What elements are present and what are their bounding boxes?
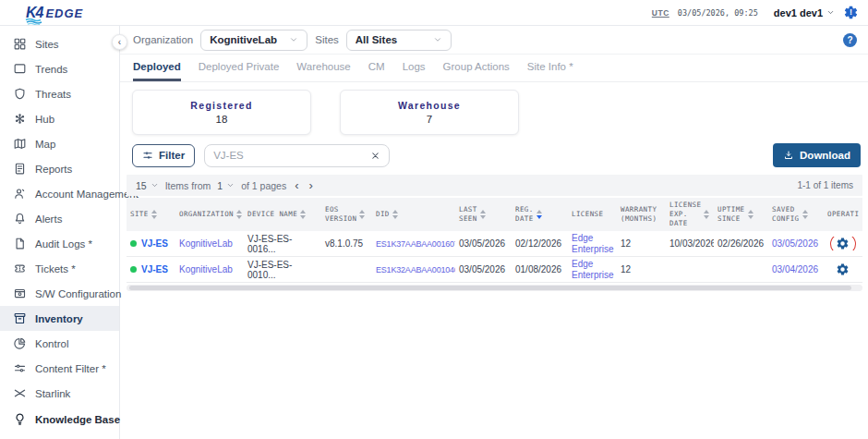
sidebar-item-label: Hub bbox=[35, 114, 54, 125]
of-pages-label: of 1 pages bbox=[241, 180, 286, 191]
app-logo: K4 EDGE bbox=[26, 5, 83, 21]
organization-link[interactable]: KognitiveLab bbox=[179, 238, 233, 249]
gear-icon[interactable] bbox=[836, 262, 850, 276]
sidebar-item-threats[interactable]: Threats bbox=[0, 81, 119, 106]
sidebar-item-sites[interactable]: Sites bbox=[0, 31, 119, 56]
site-link[interactable]: VJ-ES bbox=[141, 238, 168, 249]
sidebar-item-label: Map bbox=[35, 139, 55, 150]
organization-link[interactable]: KognitiveLab bbox=[179, 264, 233, 274]
sliders-icon bbox=[13, 361, 27, 375]
sites-select[interactable]: All Sites bbox=[346, 30, 452, 51]
tab-deployed-private[interactable]: Deployed Private bbox=[199, 55, 280, 81]
warehouse-card: Warehouse 7 bbox=[340, 90, 519, 135]
download-button[interactable]: Download bbox=[773, 143, 861, 167]
hub-icon bbox=[13, 112, 27, 126]
warranty-cell: 12 bbox=[617, 238, 666, 249]
sidebar-item-knowledge-base[interactable]: Knowledge Base bbox=[0, 407, 119, 432]
sidebar-item-map[interactable]: Map bbox=[0, 131, 119, 156]
status-online-dot bbox=[130, 240, 137, 247]
sidebar-item-label: Threats bbox=[35, 89, 71, 100]
report-icon bbox=[13, 162, 27, 176]
tab-cm[interactable]: CM bbox=[368, 55, 385, 81]
sites-label: Sites bbox=[315, 34, 339, 45]
sort-icon bbox=[359, 210, 365, 219]
column-header-reg-date[interactable]: REG. DATE bbox=[512, 205, 568, 224]
tab-deployed[interactable]: Deployed bbox=[133, 55, 181, 81]
sites-value: All Sites bbox=[356, 34, 397, 45]
site-link[interactable]: VJ-ES bbox=[141, 264, 168, 274]
pie-icon bbox=[13, 336, 27, 350]
search-input[interactable] bbox=[213, 150, 365, 161]
tab-logs[interactable]: Logs bbox=[403, 55, 426, 81]
column-header-saved-config[interactable]: SAVED CONFIG bbox=[768, 205, 824, 224]
sidebar-item-account-management[interactable]: Account Management bbox=[0, 181, 119, 206]
column-header-organization[interactable]: ORGANIZATION bbox=[175, 210, 244, 219]
sidebar-item-kontrol[interactable]: Kontrol bbox=[0, 331, 119, 356]
sidebar-item-audit-logs[interactable]: Audit Logs * bbox=[0, 231, 119, 256]
sidebar-item-hub[interactable]: Hub bbox=[0, 106, 119, 131]
sidebar: Sites Trends Threats Hub Map Reports Acc… bbox=[0, 26, 120, 439]
sidebar-item-alerts[interactable]: Alerts bbox=[0, 206, 119, 231]
saved-config-link[interactable]: 03/04/2026 bbox=[772, 264, 818, 274]
sidebar-item-label: Knowledge Base bbox=[35, 414, 120, 425]
tab-group-actions[interactable]: Group Actions bbox=[443, 55, 510, 81]
sort-icon bbox=[480, 210, 486, 219]
warranty-cell: 12 bbox=[617, 264, 666, 274]
tab-site-info[interactable]: Site Info * bbox=[527, 55, 573, 81]
sort-icon bbox=[704, 210, 709, 219]
device-name-cell: VJ-ES-ES-0016... bbox=[244, 234, 321, 254]
sidebar-item-reports[interactable]: Reports bbox=[0, 156, 119, 181]
column-header-device-name[interactable]: DEVICE NAME bbox=[244, 210, 321, 219]
card-title: Registered bbox=[190, 100, 252, 111]
user-name: dev1 dev1 bbox=[774, 7, 823, 18]
sort-icon bbox=[236, 210, 242, 219]
sidebar-item-inventory[interactable]: Inventory bbox=[0, 306, 119, 331]
sidebar-item-starlink[interactable]: Starlink bbox=[0, 381, 119, 406]
did-link[interactable]: ES1K32AABAA001046 bbox=[376, 265, 455, 274]
license-link[interactable]: Edge Enterprise bbox=[572, 259, 614, 280]
page-number-select[interactable]: 1 bbox=[217, 180, 235, 191]
prev-page-button[interactable]: ‹ bbox=[293, 179, 300, 191]
sidebar-item-trends[interactable]: Trends bbox=[0, 56, 119, 81]
column-header-license-exp-date[interactable]: LICENSE EXP. DATE bbox=[666, 201, 714, 228]
sidebar-item-label: Inventory bbox=[35, 313, 83, 324]
sidebar-collapse-button[interactable]: ‹ bbox=[112, 34, 127, 50]
scrollbar-thumb[interactable] bbox=[129, 286, 851, 290]
sidebar-item-label: Kontrol bbox=[35, 338, 68, 349]
utc-toggle[interactable]: UTC bbox=[652, 8, 669, 18]
column-header-operations: OPERATI bbox=[824, 210, 862, 219]
table-toolbar: Filter Download bbox=[120, 140, 868, 171]
tab-warehouse[interactable]: Warehouse bbox=[296, 55, 350, 81]
column-header-uptime-since[interactable]: UPTIME SINCE bbox=[714, 205, 768, 224]
sidebar-item-content-filter[interactable]: Content Filter * bbox=[0, 356, 119, 381]
sidebar-item-tickets[interactable]: Tickets * bbox=[0, 256, 119, 281]
organization-label: Organization bbox=[133, 34, 193, 45]
column-header-eos-version[interactable]: EOS VERSION bbox=[321, 205, 372, 224]
chevron-down-icon bbox=[289, 35, 298, 44]
logo-edge-text: EDGE bbox=[45, 6, 83, 20]
table-zone: 15 Items from 1 of 1 pages ‹ › 1-1 of 1 … bbox=[127, 175, 862, 291]
grid-icon bbox=[13, 37, 27, 51]
bulb-icon bbox=[13, 412, 27, 426]
column-header-did[interactable]: DID bbox=[372, 210, 455, 219]
column-header-last-seen[interactable]: LAST SEEN bbox=[455, 205, 512, 224]
reg-date-cell: 02/12/2026 bbox=[512, 238, 568, 249]
user-menu[interactable]: dev1 dev1 bbox=[774, 7, 835, 18]
license-link[interactable]: Edge Enterprise bbox=[572, 233, 614, 254]
saved-config-link[interactable]: 03/05/2026 bbox=[772, 238, 818, 249]
table-row: VJ-ES KognitiveLab VJ-ES-ES-0016... v8.1… bbox=[127, 231, 862, 257]
clear-search-icon[interactable] bbox=[370, 151, 380, 161]
help-icon[interactable]: ? bbox=[843, 33, 857, 47]
sort-icon bbox=[748, 210, 753, 219]
card-title: Warehouse bbox=[398, 100, 461, 111]
gear-alert-icon[interactable]: ! bbox=[843, 5, 859, 20]
page-size-select[interactable]: 15 bbox=[136, 180, 159, 191]
gear-icon[interactable] bbox=[836, 237, 850, 250]
sidebar-item-label: Alerts bbox=[35, 213, 62, 225]
sidebar-item-sw-configuration[interactable]: S/W Configuration bbox=[0, 281, 119, 306]
filter-button[interactable]: Filter bbox=[132, 144, 195, 167]
did-link[interactable]: ES1K37AABAA001607 bbox=[376, 239, 455, 249]
organization-select[interactable]: KognitiveLab bbox=[200, 30, 307, 51]
column-header-site[interactable]: SITE bbox=[127, 210, 175, 219]
next-page-button[interactable]: › bbox=[307, 179, 315, 191]
